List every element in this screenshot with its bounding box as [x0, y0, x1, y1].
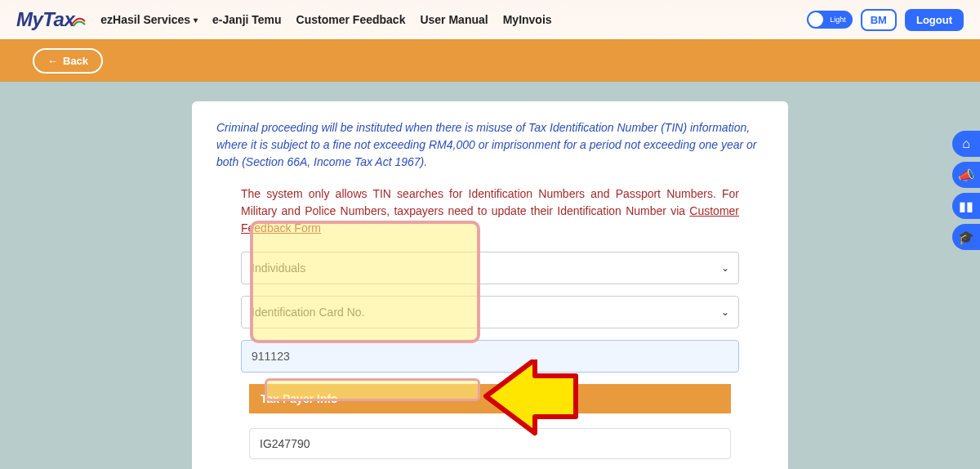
nav-feedback[interactable]: Customer Feedback: [296, 13, 406, 26]
back-button[interactable]: ← Back: [33, 48, 103, 74]
float-icons: ⌂ 📣 ▮▮ 🎓: [952, 131, 980, 250]
grad-cap-icon: 🎓: [958, 230, 974, 245]
nav-ejanji-label: e-Janji Temu: [212, 13, 282, 26]
logo-swoosh-icon: [71, 10, 86, 25]
top-header: MyTax ezHasil Services ▾ e-Janji Temu Cu…: [0, 0, 980, 39]
float-help-button[interactable]: 🎓: [952, 224, 980, 250]
header-right: Light BM Logout: [807, 9, 964, 31]
form-row-idtype: Identification Card No. ⌄: [241, 296, 739, 328]
nav-feedback-label: Customer Feedback: [296, 13, 406, 26]
nav-links: ezHasil Services ▾ e-Janji Temu Customer…: [100, 13, 551, 26]
annotation-arrow-icon: [482, 360, 580, 449]
logo-text-my: My: [16, 8, 42, 30]
back-label: Back: [63, 55, 88, 67]
logo[interactable]: MyTax: [16, 8, 86, 31]
info-text-body: The system only allows TIN searches for …: [241, 187, 739, 217]
arrow-left-icon: ←: [47, 55, 58, 67]
nav-manual-label: User Manual: [420, 13, 488, 26]
id-type-select[interactable]: Identification Card No.: [241, 296, 739, 328]
nav-myinvois[interactable]: MyInvois: [503, 13, 552, 26]
megaphone-icon: 📣: [958, 168, 974, 183]
chevron-down-icon: ▾: [194, 16, 198, 25]
warning-text: Criminal proceeding will be instituted w…: [216, 119, 764, 171]
toggle-knob-icon: [808, 12, 823, 27]
nav-manual[interactable]: User Manual: [420, 13, 488, 26]
book-icon: ▮▮: [959, 199, 973, 214]
logo-text-tax: Tax: [42, 8, 74, 30]
orange-bar: ← Back: [0, 39, 980, 82]
theme-toggle[interactable]: Light: [807, 11, 853, 29]
language-bm-button[interactable]: BM: [861, 9, 897, 31]
nav-ezhasil-label: ezHasil Services: [100, 13, 190, 26]
nav-ejanji[interactable]: e-Janji Temu: [212, 13, 282, 26]
nav-myinvois-label: MyInvois: [503, 13, 552, 26]
home-icon: ⌂: [962, 136, 970, 151]
form-row-type: Individuals ⌄: [241, 252, 739, 284]
nav-ezhasil[interactable]: ezHasil Services ▾: [100, 13, 198, 26]
toggle-label: Light: [830, 16, 846, 24]
float-guide-button[interactable]: ▮▮: [952, 193, 980, 219]
float-announce-button[interactable]: 📣: [952, 162, 980, 188]
logout-button[interactable]: Logout: [905, 9, 964, 31]
taxpayer-type-select[interactable]: Individuals: [241, 252, 739, 284]
info-text: The system only allows TIN searches for …: [241, 185, 739, 237]
float-home-button[interactable]: ⌂: [952, 131, 980, 157]
